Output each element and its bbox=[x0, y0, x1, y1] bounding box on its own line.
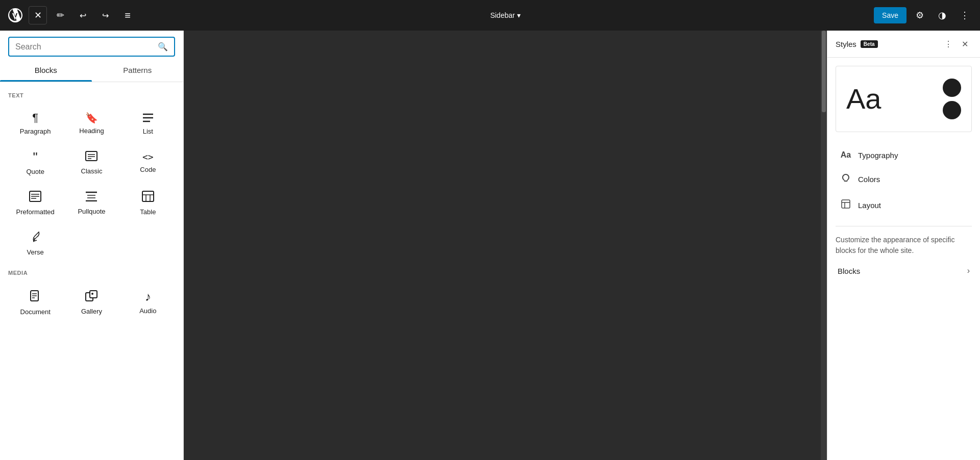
right-close-icon: ✕ bbox=[962, 39, 968, 49]
pullquote-icon bbox=[85, 191, 97, 203]
more-options-button[interactable]: ⋮ bbox=[955, 6, 974, 24]
redo-icon: ↪ bbox=[102, 11, 109, 20]
menu-button[interactable]: ≡ bbox=[118, 6, 137, 24]
styles-title: Styles bbox=[836, 40, 856, 48]
style-divider bbox=[836, 226, 972, 226]
wp-logo[interactable] bbox=[6, 6, 24, 24]
text-blocks-grid: ¶ Paragraph 🔖 Heading List bbox=[8, 105, 175, 262]
typography-label: Typography bbox=[858, 151, 898, 160]
colors-label: Colors bbox=[858, 175, 880, 184]
layout-icon bbox=[840, 199, 852, 212]
colors-option[interactable]: Colors bbox=[836, 167, 972, 192]
blocks-list: TEXT ¶ Paragraph 🔖 Heading bbox=[0, 82, 183, 460]
typography-icon: Aa bbox=[840, 150, 852, 160]
media-blocks-grid: Document Gallery ♪ Audio bbox=[8, 282, 175, 321]
undo-button[interactable]: ↩ bbox=[74, 6, 92, 24]
document-icon bbox=[30, 290, 41, 304]
block-document[interactable]: Document bbox=[8, 282, 62, 321]
right-sidebar: Styles Beta ⋮ ✕ Aa Aa Typograph bbox=[827, 31, 980, 460]
tab-patterns[interactable]: Patterns bbox=[92, 59, 184, 82]
canvas-scrollbar-thumb bbox=[822, 31, 826, 112]
blocks-row-label: Blocks bbox=[838, 267, 860, 275]
settings-icon: ⚙ bbox=[916, 10, 924, 21]
tab-blocks[interactable]: Blocks bbox=[0, 59, 92, 82]
close-icon: ✕ bbox=[34, 10, 42, 21]
menu-icon: ≡ bbox=[125, 10, 131, 21]
right-header-actions: ⋮ ✕ bbox=[941, 37, 972, 51]
block-quote[interactable]: " Quote bbox=[8, 143, 62, 181]
contrast-button[interactable]: ◑ bbox=[933, 6, 951, 24]
undo-icon: ↩ bbox=[80, 11, 86, 20]
settings-button[interactable]: ⚙ bbox=[911, 6, 929, 24]
edit-button[interactable]: ✏ bbox=[51, 6, 69, 24]
toolbar: ✕ ✏ ↩ ↪ ≡ Sidebar ▾ Save ⚙ ◑ ⋮ bbox=[0, 0, 980, 31]
layout-label: Layout bbox=[858, 201, 881, 210]
block-preformatted[interactable]: Preformatted bbox=[8, 183, 62, 221]
block-paragraph[interactable]: ¶ Paragraph bbox=[8, 105, 62, 141]
beta-badge: Beta bbox=[861, 40, 878, 48]
chevron-down-icon: ▾ bbox=[517, 11, 521, 19]
layout-option[interactable]: Layout bbox=[836, 193, 972, 218]
code-icon: <> bbox=[142, 152, 154, 162]
tabs: Blocks Patterns bbox=[0, 59, 183, 82]
svg-rect-26 bbox=[842, 200, 850, 208]
block-list[interactable]: List bbox=[121, 105, 175, 141]
more-icon: ⋮ bbox=[960, 10, 969, 21]
quote-icon: " bbox=[33, 150, 38, 164]
left-sidebar: 🔍 Blocks Patterns TEXT ¶ Paragraph 🔖 bbox=[0, 31, 184, 460]
save-button[interactable]: Save bbox=[874, 7, 906, 23]
category-media-label: MEDIA bbox=[8, 270, 175, 276]
block-audio[interactable]: ♪ Audio bbox=[121, 282, 175, 321]
block-table[interactable]: Table bbox=[121, 183, 175, 221]
right-close-button[interactable]: ✕ bbox=[958, 37, 972, 51]
blocks-row[interactable]: Blocks › bbox=[829, 260, 978, 282]
category-text-label: TEXT bbox=[8, 92, 175, 98]
toolbar-right: Save ⚙ ◑ ⋮ bbox=[874, 6, 974, 24]
style-aa-text: Aa bbox=[846, 85, 881, 113]
close-block-inserter-button[interactable]: ✕ bbox=[29, 6, 47, 24]
chevron-right-icon: › bbox=[967, 266, 970, 275]
sidebar-dropdown[interactable]: Sidebar ▾ bbox=[485, 8, 525, 22]
right-more-button[interactable]: ⋮ bbox=[941, 37, 955, 51]
style-options: Aa Typography Colors bbox=[827, 140, 980, 222]
list-icon bbox=[142, 112, 154, 123]
block-classic[interactable]: Classic bbox=[64, 143, 118, 181]
sidebar-label-text: Sidebar bbox=[490, 11, 514, 19]
block-verse[interactable]: Verse bbox=[8, 223, 62, 262]
paragraph-icon: ¶ bbox=[32, 112, 38, 123]
block-pullquote[interactable]: Pullquote bbox=[64, 183, 118, 221]
heading-icon: 🔖 bbox=[85, 113, 98, 123]
search-icon[interactable]: 🔍 bbox=[158, 42, 168, 52]
contrast-icon: ◑ bbox=[938, 10, 946, 21]
style-dot-2 bbox=[943, 101, 961, 119]
gallery-icon bbox=[85, 290, 97, 303]
redo-button[interactable]: ↪ bbox=[96, 6, 114, 24]
canvas-scrollbar[interactable] bbox=[821, 31, 827, 460]
svg-rect-3 bbox=[86, 151, 97, 161]
main-layout: 🔍 Blocks Patterns TEXT ¶ Paragraph 🔖 bbox=[0, 31, 980, 460]
block-gallery[interactable]: Gallery bbox=[64, 282, 118, 321]
block-heading[interactable]: 🔖 Heading bbox=[64, 105, 118, 141]
search-box: 🔍 bbox=[8, 37, 175, 57]
style-preview[interactable]: Aa bbox=[836, 66, 972, 132]
style-dots bbox=[943, 79, 961, 119]
svg-rect-15 bbox=[142, 191, 154, 201]
verse-icon bbox=[30, 231, 41, 244]
typography-option[interactable]: Aa Typography bbox=[836, 144, 972, 166]
search-input[interactable] bbox=[15, 42, 154, 52]
table-icon bbox=[142, 191, 154, 204]
preformatted-icon bbox=[29, 191, 41, 204]
svg-rect-24 bbox=[90, 291, 97, 298]
right-sidebar-header: Styles Beta ⋮ ✕ bbox=[827, 31, 980, 58]
audio-icon: ♪ bbox=[145, 291, 151, 303]
canvas-area bbox=[184, 31, 827, 460]
style-description: Customize the appearance of specific blo… bbox=[827, 231, 980, 260]
classic-icon bbox=[85, 151, 97, 163]
pencil-icon: ✏ bbox=[57, 10, 64, 21]
svg-point-25 bbox=[91, 293, 93, 295]
search-area: 🔍 bbox=[0, 31, 183, 57]
block-code[interactable]: <> Code bbox=[121, 143, 175, 181]
toolbar-center: Sidebar ▾ bbox=[141, 8, 870, 22]
right-more-icon: ⋮ bbox=[944, 39, 952, 49]
colors-icon bbox=[840, 173, 852, 186]
